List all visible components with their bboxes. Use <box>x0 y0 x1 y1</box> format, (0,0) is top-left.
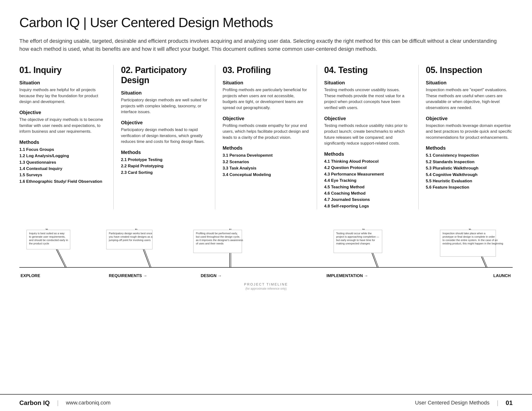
list-item: 2.1 Prototype Testing <box>121 157 208 163</box>
col-02-title: 02. Participatory Design <box>121 65 208 85</box>
list-item: 1.1 Focus Groups <box>19 147 106 153</box>
columns-wrapper: 01. Inquiry Situation Inquiry methods ar… <box>19 65 513 209</box>
svg-text:IMPLEMENTATION →: IMPLEMENTATION → <box>326 273 368 278</box>
svg-text:existing product, this might h: existing product, this might happen in t… <box>443 242 503 245</box>
col-03-situation-text: Profiling methods are particularly benef… <box>222 87 309 111</box>
col-04-title: 04. Testing <box>324 65 411 75</box>
svg-text:Inquiry is best suited as a wa: Inquiry is best suited as a way <box>29 232 65 235</box>
svg-text:DESIGN →: DESIGN → <box>201 273 222 278</box>
list-item: 5.6 Feature Inspection <box>426 184 513 190</box>
footer-divider-2: | <box>497 399 498 407</box>
svg-text:Participatory design works bes: Participatory design works best once <box>109 232 152 235</box>
col-04-situation-text: Testing methods uncover usability issues… <box>324 87 411 111</box>
col-03-situation-label: Situation <box>222 80 309 86</box>
col-05-methods-list: 5.1 Consistency Inspection 5.2 Standards… <box>426 152 513 190</box>
footer-left: Carbon IQ | www.carboniq.com <box>19 399 111 407</box>
column-inspection: 05. Inspection Situation Inspection meth… <box>418 65 513 209</box>
list-item: 4.1 Thinking Aloud Protocol <box>324 158 411 165</box>
svg-text:to consider the entire system.: to consider the entire system. In the ca… <box>443 239 498 242</box>
col-02-situation-label: Situation <box>121 90 208 96</box>
list-item: 4.6 Coaching Method <box>324 190 411 196</box>
intro-text: The effort of designing usable, targeted… <box>19 37 503 53</box>
list-item: 3.4 Conceptual Modeling <box>222 172 309 178</box>
col-02-methods-list: 2.1 Prototype Testing 2.2 Rapid Prototyp… <box>121 157 208 176</box>
svg-text:but early enough to have time : but early enough to have time for <box>336 239 375 242</box>
svg-text:EXPLORE: EXPLORE <box>20 273 40 278</box>
page: Carbon IQ | User Centered Design Methods… <box>0 0 532 411</box>
col-01-methods-list: 1.1 Focus Groups 1.2 Log Analysis/Loggin… <box>19 147 106 185</box>
page-title: Carbon IQ | User Centered Design Methods <box>19 15 513 30</box>
list-item: 1.4 Contextual Inquiry <box>19 166 106 172</box>
list-item: 5.4 Cognitive Walkthrough <box>426 172 513 178</box>
col-02-objective-label: Objective <box>121 120 208 125</box>
list-item: 2.2 Rapid Prototyping <box>121 163 208 169</box>
svg-text:PROJECT TIMELINE: PROJECT TIMELINE <box>244 282 288 286</box>
list-item: 5.5 Heuristic Evaluation <box>426 178 513 184</box>
col-05-objective-text: Inspection methods leverage domain exper… <box>426 123 513 141</box>
list-item: 1.5 Surveys <box>19 172 106 178</box>
list-item: 2.3 Card Sorting <box>121 169 208 176</box>
list-item: 4.2 Question Protocol <box>324 165 411 171</box>
column-inquiry: 01. Inquiry Situation Inquiry methods ar… <box>19 65 114 209</box>
col-02-methods-label: Methods <box>121 150 208 155</box>
column-participatory: 02. Participatory Design Situation Parti… <box>114 65 215 209</box>
svg-text:project is approaching complet: project is approaching completion — <box>336 235 379 238</box>
svg-text:of uses and their needs: of uses and their needs <box>196 242 224 245</box>
svg-text:Inspection should take place w: Inspection should take place when a <box>443 232 485 235</box>
footer-brand: Carbon IQ <box>19 399 50 407</box>
svg-text:jumping-off point for involvin: jumping-off point for involving users <box>109 239 151 242</box>
col-04-methods-list: 4.1 Thinking Aloud Protocol 4.2 Question… <box>324 158 411 209</box>
col-04-methods-label: Methods <box>324 151 411 157</box>
col-05-methods-label: Methods <box>426 145 513 151</box>
list-item: 4.7 Journaled Sessions <box>324 196 411 203</box>
svg-text:Testing should occur while the: Testing should occur while the <box>336 232 372 235</box>
col-01-situation-text: Inquiry methods are helpful for all proj… <box>19 87 106 105</box>
list-item: 5.2 Standards Inspection <box>426 159 513 165</box>
col-01-objective-text: The objective of inquiry methods is to b… <box>19 117 106 135</box>
col-05-situation-text: Inspection methods are "expert" evaluati… <box>426 87 513 111</box>
col-05-objective-label: Objective <box>426 116 513 121</box>
svg-text:REQUIREMENTS →: REQUIREMENTS → <box>109 273 147 278</box>
list-item: 4.8 Self-reporting Logs <box>324 203 411 209</box>
list-item: 3.3 Task Analysis <box>222 165 309 171</box>
footer-page-number: 01 <box>506 399 513 407</box>
list-item: 5.3 Pluralistic Walkthrough <box>426 165 513 171</box>
col-05-title: 05. Inspection <box>426 65 513 75</box>
col-03-methods-label: Methods <box>222 145 309 151</box>
svg-text:and should be conducted early : and should be conducted early in <box>29 239 68 242</box>
column-profiling: 03. Profiling Situation Profiling method… <box>215 65 317 209</box>
col-04-objective-text: Testing methods reduce usability risks p… <box>324 123 411 147</box>
svg-text:making unexpected changes: making unexpected changes <box>336 242 370 245</box>
footer-divider-1: | <box>57 399 59 407</box>
svg-text:Profiling should be performed : Profiling should be performed early, <box>196 232 238 235</box>
footer-right: User Centered Design Methods | 01 <box>415 399 513 407</box>
svg-text:as it improves the designer's : as it improves the designer's awareness <box>196 239 243 242</box>
timeline-section: var ticks = ''; for (var i = 0; i <= 204… <box>19 214 513 296</box>
svg-text:the product cycle: the product cycle <box>29 242 49 245</box>
svg-text:LAUNCH: LAUNCH <box>493 273 511 278</box>
svg-text:you have created rough designs: you have created rough designs as a <box>109 235 152 238</box>
footer-url: www.carboniq.com <box>66 400 111 406</box>
svg-text:to generate user requirements,: to generate user requirements, <box>29 235 65 238</box>
col-05-situation-label: Situation <box>426 80 513 86</box>
fishbone-svg: var ticks = ''; for (var i = 0; i <= 204… <box>19 214 513 296</box>
col-03-methods-list: 3.1 Persona Developemnt 3.2 Scenarios 3.… <box>222 152 309 178</box>
footer: Carbon IQ | www.carboniq.com User Center… <box>0 394 532 411</box>
list-item: 1.2 Log Analysis/Logging <box>19 153 106 159</box>
col-04-situation-label: Situation <box>324 80 411 86</box>
col-04-objective-label: Objective <box>324 116 411 121</box>
list-item: 4.3 Performance Measurement <box>324 171 411 177</box>
col-03-objective-label: Objective <box>222 116 309 121</box>
column-testing: 04. Testing Situation Testing methods un… <box>317 65 418 209</box>
col-02-situation-text: Participatory design methods are well su… <box>121 97 208 115</box>
footer-doc-title: User Centered Design Methods <box>415 400 489 406</box>
col-02-objective-text: Participatory design methods lead to rap… <box>121 127 208 145</box>
svg-text:(for approximate reference onl: (for approximate reference only) <box>246 287 287 290</box>
list-item: 3.2 Scenarios <box>222 159 309 165</box>
list-item: 5.1 Consistency Inspection <box>426 152 513 159</box>
list-item: 4.5 Teaching Method <box>324 184 411 190</box>
svg-text:but used throughout the design: but used throughout the design cycle, <box>196 235 240 238</box>
col-01-situation-label: Situation <box>19 80 106 86</box>
list-item: 1.6 Ethnographic Study/ Field Observatio… <box>19 178 106 185</box>
list-item: 4.4 Eye Tracking <box>324 177 411 184</box>
